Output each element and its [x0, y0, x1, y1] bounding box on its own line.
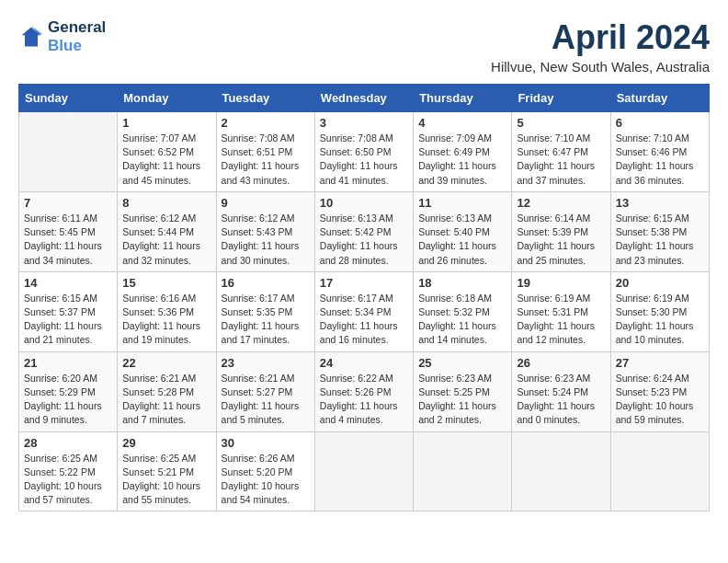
- day-info: Sunrise: 6:21 AMSunset: 5:28 PMDaylight:…: [122, 372, 210, 428]
- weekday-header-wednesday: Wednesday: [314, 85, 413, 112]
- day-number: 19: [517, 276, 605, 290]
- day-info: Sunrise: 6:18 AMSunset: 5:32 PMDaylight:…: [418, 292, 506, 348]
- day-number: 17: [320, 276, 408, 290]
- day-info: Sunrise: 6:23 AMSunset: 5:24 PMDaylight:…: [517, 372, 605, 428]
- weekday-header-friday: Friday: [512, 85, 610, 112]
- weekday-header-monday: Monday: [118, 85, 216, 112]
- calendar-cell: 15Sunrise: 6:16 AMSunset: 5:36 PMDayligh…: [118, 271, 216, 351]
- day-info: Sunrise: 7:08 AMSunset: 6:50 PMDaylight:…: [320, 132, 408, 188]
- calendar-cell: 11Sunrise: 6:13 AMSunset: 5:40 PMDayligh…: [414, 191, 512, 271]
- day-info: Sunrise: 6:17 AMSunset: 5:35 PMDaylight:…: [222, 292, 310, 348]
- day-info: Sunrise: 6:11 AMSunset: 5:45 PMDaylight:…: [24, 212, 112, 268]
- calendar-cell: 19Sunrise: 6:19 AMSunset: 5:31 PMDayligh…: [512, 271, 610, 351]
- calendar-cell: 5Sunrise: 7:10 AMSunset: 6:47 PMDaylight…: [512, 112, 610, 192]
- calendar-cell: 12Sunrise: 6:14 AMSunset: 5:39 PMDayligh…: [512, 191, 610, 271]
- weekday-header-thursday: Thursday: [414, 85, 512, 112]
- calendar-cell: 2Sunrise: 7:08 AMSunset: 6:51 PMDaylight…: [216, 112, 314, 192]
- calendar-cell: [610, 431, 709, 511]
- day-number: 28: [24, 436, 112, 450]
- calendar-cell: 27Sunrise: 6:24 AMSunset: 5:23 PMDayligh…: [610, 351, 709, 431]
- calendar-cell: 25Sunrise: 6:23 AMSunset: 5:25 PMDayligh…: [414, 351, 512, 431]
- calendar-cell: 1Sunrise: 7:07 AMSunset: 6:52 PMDaylight…: [118, 112, 216, 192]
- day-number: 4: [418, 116, 506, 130]
- day-info: Sunrise: 6:25 AMSunset: 5:21 PMDaylight:…: [122, 452, 210, 508]
- calendar-week-row: 1Sunrise: 7:07 AMSunset: 6:52 PMDaylight…: [19, 112, 710, 192]
- day-info: Sunrise: 7:09 AMSunset: 6:49 PMDaylight:…: [418, 132, 506, 188]
- calendar-cell: 26Sunrise: 6:23 AMSunset: 5:24 PMDayligh…: [512, 351, 610, 431]
- calendar-cell: 17Sunrise: 6:17 AMSunset: 5:34 PMDayligh…: [314, 271, 413, 351]
- calendar-cell: 10Sunrise: 6:13 AMSunset: 5:42 PMDayligh…: [314, 191, 413, 271]
- calendar-week-row: 7Sunrise: 6:11 AMSunset: 5:45 PMDaylight…: [19, 191, 710, 271]
- day-info: Sunrise: 6:22 AMSunset: 5:26 PMDaylight:…: [320, 372, 408, 428]
- day-number: 30: [222, 436, 310, 450]
- day-number: 8: [122, 196, 210, 210]
- logo-text: General Blue: [48, 18, 106, 56]
- calendar-week-row: 14Sunrise: 6:15 AMSunset: 5:37 PMDayligh…: [19, 271, 710, 351]
- day-info: Sunrise: 7:10 AMSunset: 6:47 PMDaylight:…: [517, 132, 605, 188]
- calendar-cell: 7Sunrise: 6:11 AMSunset: 5:45 PMDaylight…: [19, 191, 118, 271]
- day-number: 22: [122, 356, 210, 370]
- calendar-table: SundayMondayTuesdayWednesdayThursdayFrid…: [18, 84, 710, 511]
- day-number: 21: [24, 356, 112, 370]
- day-number: 23: [222, 356, 310, 370]
- day-number: 15: [122, 276, 210, 290]
- weekday-header-tuesday: Tuesday: [216, 85, 314, 112]
- day-info: Sunrise: 6:12 AMSunset: 5:43 PMDaylight:…: [222, 212, 310, 268]
- calendar-cell: 4Sunrise: 7:09 AMSunset: 6:49 PMDaylight…: [414, 112, 512, 192]
- day-info: Sunrise: 6:17 AMSunset: 5:34 PMDaylight:…: [320, 292, 408, 348]
- weekday-header-saturday: Saturday: [610, 85, 709, 112]
- calendar-cell: 23Sunrise: 6:21 AMSunset: 5:27 PMDayligh…: [216, 351, 314, 431]
- calendar-cell: 24Sunrise: 6:22 AMSunset: 5:26 PMDayligh…: [314, 351, 413, 431]
- calendar-week-row: 21Sunrise: 6:20 AMSunset: 5:29 PMDayligh…: [19, 351, 710, 431]
- calendar-cell: 13Sunrise: 6:15 AMSunset: 5:38 PMDayligh…: [610, 191, 709, 271]
- day-number: 7: [24, 196, 112, 210]
- calendar-cell: [512, 431, 610, 511]
- calendar-cell: 8Sunrise: 6:12 AMSunset: 5:44 PMDaylight…: [118, 191, 216, 271]
- calendar-cell: 6Sunrise: 7:10 AMSunset: 6:46 PMDaylight…: [610, 112, 709, 192]
- day-info: Sunrise: 6:26 AMSunset: 5:20 PMDaylight:…: [222, 452, 310, 508]
- title-block: April 2024 Hillvue, New South Wales, Aus…: [491, 18, 710, 75]
- day-info: Sunrise: 7:07 AMSunset: 6:52 PMDaylight:…: [122, 132, 210, 188]
- location: Hillvue, New South Wales, Australia: [491, 59, 710, 75]
- weekday-header-sunday: Sunday: [19, 85, 118, 112]
- day-info: Sunrise: 6:19 AMSunset: 5:31 PMDaylight:…: [517, 292, 605, 348]
- day-info: Sunrise: 6:16 AMSunset: 5:36 PMDaylight:…: [122, 292, 210, 348]
- day-number: 13: [616, 196, 704, 210]
- logo: General Blue: [18, 18, 106, 56]
- calendar-cell: 16Sunrise: 6:17 AMSunset: 5:35 PMDayligh…: [216, 271, 314, 351]
- day-info: Sunrise: 6:13 AMSunset: 5:40 PMDaylight:…: [418, 212, 506, 268]
- day-number: 20: [616, 276, 704, 290]
- day-info: Sunrise: 7:10 AMSunset: 6:46 PMDaylight:…: [616, 132, 704, 188]
- day-info: Sunrise: 6:21 AMSunset: 5:27 PMDaylight:…: [222, 372, 310, 428]
- day-number: 3: [320, 116, 408, 130]
- calendar-cell: 29Sunrise: 6:25 AMSunset: 5:21 PMDayligh…: [118, 431, 216, 511]
- day-number: 11: [418, 196, 506, 210]
- day-number: 12: [517, 196, 605, 210]
- calendar-cell: 3Sunrise: 7:08 AMSunset: 6:50 PMDaylight…: [314, 112, 413, 192]
- day-info: Sunrise: 6:14 AMSunset: 5:39 PMDaylight:…: [517, 212, 605, 268]
- day-number: 5: [517, 116, 605, 130]
- day-number: 29: [122, 436, 210, 450]
- calendar-cell: [414, 431, 512, 511]
- day-number: 26: [517, 356, 605, 370]
- day-info: Sunrise: 6:15 AMSunset: 5:38 PMDaylight:…: [616, 212, 704, 268]
- calendar-cell: [314, 431, 413, 511]
- month-title: April 2024: [491, 18, 710, 57]
- day-number: 6: [616, 116, 704, 130]
- logo-icon: [18, 24, 44, 50]
- calendar-cell: 20Sunrise: 6:19 AMSunset: 5:30 PMDayligh…: [610, 271, 709, 351]
- day-info: Sunrise: 7:08 AMSunset: 6:51 PMDaylight:…: [222, 132, 310, 188]
- calendar-cell: 21Sunrise: 6:20 AMSunset: 5:29 PMDayligh…: [19, 351, 118, 431]
- day-number: 9: [222, 196, 310, 210]
- day-info: Sunrise: 6:25 AMSunset: 5:22 PMDaylight:…: [24, 452, 112, 508]
- page-header: General Blue April 2024 Hillvue, New Sou…: [18, 18, 710, 75]
- day-number: 1: [122, 116, 210, 130]
- calendar-cell: 9Sunrise: 6:12 AMSunset: 5:43 PMDaylight…: [216, 191, 314, 271]
- day-info: Sunrise: 6:15 AMSunset: 5:37 PMDaylight:…: [24, 292, 112, 348]
- day-info: Sunrise: 6:24 AMSunset: 5:23 PMDaylight:…: [616, 372, 704, 428]
- calendar-week-row: 28Sunrise: 6:25 AMSunset: 5:22 PMDayligh…: [19, 431, 710, 511]
- calendar-cell: [19, 112, 118, 192]
- calendar-cell: 28Sunrise: 6:25 AMSunset: 5:22 PMDayligh…: [19, 431, 118, 511]
- day-number: 10: [320, 196, 408, 210]
- day-info: Sunrise: 6:20 AMSunset: 5:29 PMDaylight:…: [24, 372, 112, 428]
